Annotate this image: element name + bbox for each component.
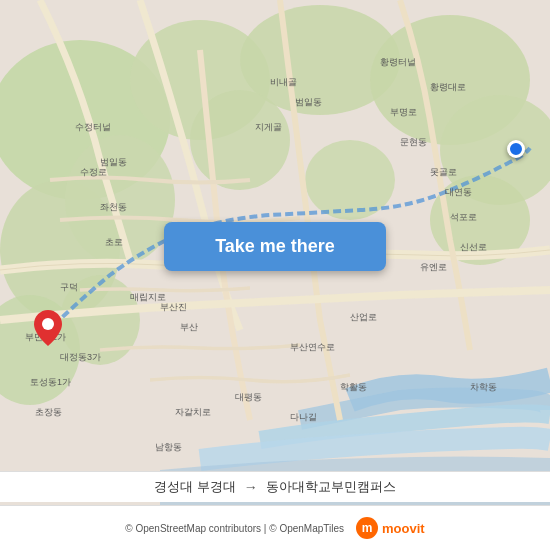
destination-marker	[507, 140, 525, 158]
take-me-there-button[interactable]: Take me there	[164, 222, 386, 271]
svg-text:유엔로: 유엔로	[420, 262, 447, 272]
svg-text:수정터널: 수정터널	[75, 122, 111, 132]
bottom-bar: © OpenStreetMap contributors | © OpenMap…	[0, 505, 550, 550]
svg-text:대평동: 대평동	[235, 392, 262, 402]
moovit-logo: m moovit	[356, 517, 425, 539]
svg-text:남항동: 남항동	[155, 442, 182, 452]
svg-text:대정동3가: 대정동3가	[60, 352, 101, 362]
svg-text:부명로: 부명로	[390, 107, 417, 117]
origin-marker	[34, 310, 62, 350]
svg-text:좌천동: 좌천동	[100, 202, 127, 212]
svg-text:자갈치로: 자갈치로	[175, 407, 211, 417]
svg-text:초장동: 초장동	[35, 407, 62, 417]
svg-text:수정로: 수정로	[80, 167, 107, 177]
svg-text:범일동: 범일동	[100, 157, 127, 167]
copyright-text: © OpenStreetMap contributors | © OpenMap…	[125, 523, 344, 534]
svg-text:토성동1가: 토성동1가	[30, 377, 71, 387]
svg-text:비내골: 비내골	[270, 77, 297, 87]
svg-text:범일동: 범일동	[295, 97, 322, 107]
route-label-bar: 경성대 부경대 → 동아대학교부민캠퍼스	[0, 471, 550, 502]
route-from-label: 경성대 부경대	[154, 478, 236, 496]
route-to-label: 동아대학교부민캠퍼스	[266, 478, 396, 496]
moovit-icon: m	[356, 517, 378, 539]
svg-text:부산: 부산	[180, 322, 198, 332]
svg-text:부산진: 부산진	[160, 302, 187, 312]
svg-text:황령터널: 황령터널	[380, 57, 416, 67]
svg-text:석포로: 석포로	[450, 212, 477, 222]
svg-text:산업로: 산업로	[350, 312, 377, 322]
svg-point-47	[42, 318, 54, 330]
svg-text:문현동: 문현동	[400, 137, 427, 147]
svg-text:못골로: 못골로	[430, 167, 457, 177]
svg-text:학활동: 학활동	[340, 382, 367, 392]
svg-text:초로: 초로	[105, 237, 123, 247]
svg-text:대연동: 대연동	[445, 187, 472, 197]
svg-text:매립지로: 매립지로	[130, 292, 166, 302]
svg-text:지게골: 지게골	[255, 122, 282, 132]
svg-text:신선로: 신선로	[460, 242, 487, 252]
svg-text:다나길: 다나길	[290, 412, 317, 422]
map-container: 부민동2가 대정동3가 토성동1가 초장동 황령터널 황령대로 부명로 문현동 …	[0, 0, 550, 550]
arrow-icon: →	[244, 479, 258, 495]
svg-text:황령대로: 황령대로	[430, 82, 466, 92]
svg-text:구덕: 구덕	[60, 282, 78, 292]
svg-text:차학동: 차학동	[470, 382, 497, 392]
svg-text:부산연수로: 부산연수로	[290, 342, 335, 352]
moovit-brand-text: moovit	[382, 521, 425, 536]
